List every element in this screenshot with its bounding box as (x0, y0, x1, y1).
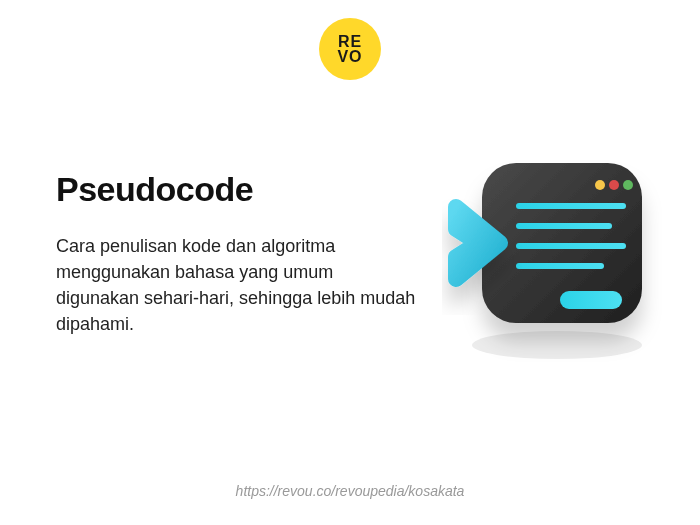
window-dot-yellow-icon (595, 180, 605, 190)
window-dot-green-icon (623, 180, 633, 190)
page-title: Pseudocode (56, 170, 416, 209)
logo-text: RE VO (337, 34, 362, 64)
terminal-illustration (442, 145, 662, 365)
shadow-ellipse (472, 331, 642, 359)
cursor-block-icon (560, 291, 622, 309)
brand-logo: RE VO (319, 18, 381, 80)
code-line-icon (516, 263, 604, 269)
code-line-icon (516, 243, 626, 249)
source-url: https://revou.co/revoupedia/kosakata (236, 483, 465, 499)
logo-line2: VO (337, 49, 362, 64)
code-line-icon (516, 223, 612, 229)
logo-line1: RE (337, 34, 362, 49)
code-line-icon (516, 203, 626, 209)
window-dot-red-icon (609, 180, 619, 190)
main-content: Pseudocode Cara penulisan kode dan algor… (56, 170, 416, 337)
definition-text: Cara penulisan kode dan algoritma menggu… (56, 233, 416, 337)
